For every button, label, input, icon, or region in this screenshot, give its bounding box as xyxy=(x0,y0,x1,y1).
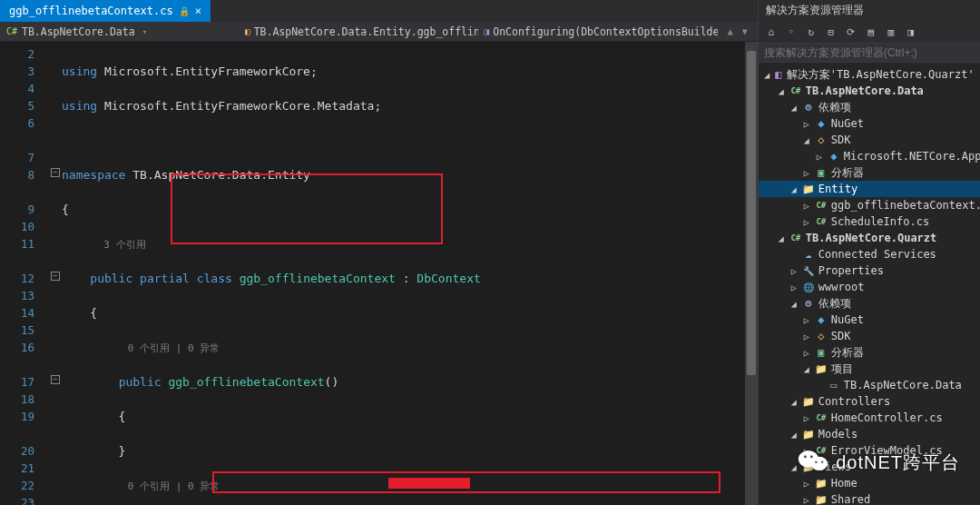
navigation-bar: C# TB.AspNetCore.Data ▾ ◧ TB.AspNetCore.… xyxy=(0,22,758,42)
lock-icon: 🔒 xyxy=(179,6,190,16)
search-box[interactable]: ▾ xyxy=(759,44,980,63)
project-node[interactable]: ◢TB.AspNetCore.Data xyxy=(759,83,980,99)
folder-views[interactable]: ◢Views xyxy=(759,459,980,475)
vertical-scrollbar[interactable] xyxy=(745,42,758,505)
wwwroot-node[interactable]: ▷wwwroot xyxy=(759,279,980,295)
preview-icon[interactable]: ◨ xyxy=(902,24,920,40)
folder-home[interactable]: ▷Home xyxy=(759,475,980,491)
panel-title: 解决方案资源管理器 xyxy=(766,3,864,18)
dependencies-node[interactable]: ◢依赖项 xyxy=(759,295,980,312)
sdk-node[interactable]: ◢SDK xyxy=(759,132,980,148)
nav-up-icon[interactable]: ▲ xyxy=(723,26,738,36)
folder-controllers[interactable]: ◢Controllers xyxy=(759,393,980,410)
sync-icon[interactable]: ↻ xyxy=(802,24,820,40)
folder-entity[interactable]: ◢Entity xyxy=(759,181,980,197)
solution-explorer: 解决方案资源管理器 ▾ 📌 × ⌂ ◦ ↻ ⊟ ⟳ ▤ ▥ ◨ ◧ 🔧 ▾ ◢解… xyxy=(759,0,980,505)
nav-arrows: ▲ ▼ xyxy=(723,26,752,36)
chevron-down-icon: ▾ xyxy=(139,27,147,36)
package-node[interactable]: ▷Microsoft.NETCore.App (2.1.0) xyxy=(759,148,980,164)
context-member[interactable]: ◨ OnConfiguring(DbContextOptionsBuilder … xyxy=(484,25,718,38)
code-area[interactable]: using Microsoft.EntityFrameworkCore; usi… xyxy=(44,42,745,505)
file-node[interactable]: ▷HomeController.cs xyxy=(759,410,980,426)
file-node[interactable]: ▷ErrorViewModel.cs xyxy=(759,442,980,459)
analyzer-node[interactable]: ▷分析器 xyxy=(759,344,980,361)
solution-tree[interactable]: ◢解决方案'TB.AspNetCore.Quarzt' (2 个项目) ◢TB.… xyxy=(759,63,980,505)
back-icon[interactable]: ◦ xyxy=(782,24,800,40)
nav-down-icon[interactable]: ▼ xyxy=(738,26,752,36)
sdk-node[interactable]: ▷SDK xyxy=(759,328,980,344)
panel-title-bar: 解决方案资源管理器 ▾ 📌 × xyxy=(759,0,980,21)
code-editor[interactable]: 234 56 78 91011 1213 141516 1718 1920 21… xyxy=(0,42,758,505)
collapse-icon[interactable]: ⊟ xyxy=(822,24,840,40)
method-icon: ◨ xyxy=(484,25,489,38)
file-tab[interactable]: ggb_offlinebetaContext.cs 🔒 × xyxy=(0,0,211,22)
close-icon[interactable]: × xyxy=(195,5,201,17)
tab-bar: ggb_offlinebetaContext.cs 🔒 × xyxy=(0,0,758,22)
search-input[interactable] xyxy=(764,46,980,59)
folder-models[interactable]: ◢Models xyxy=(759,426,980,442)
project-ref-item[interactable]: ▭TB.AspNetCore.Data xyxy=(759,377,980,393)
analyzer-node[interactable]: ▷分析器 xyxy=(759,164,980,181)
project-refs-node[interactable]: ◢项目 xyxy=(759,361,980,377)
properties-icon[interactable]: ▥ xyxy=(882,24,900,40)
dependencies-node[interactable]: ◢依赖项 xyxy=(759,99,980,115)
cs-project-icon: C# xyxy=(5,25,18,38)
show-all-icon[interactable]: ▤ xyxy=(862,24,880,40)
refresh-icon[interactable]: ⟳ xyxy=(842,24,860,40)
file-node[interactable]: ▷ScheduleInfo.cs xyxy=(759,213,980,230)
context-class[interactable]: ◧ TB.AspNetCore.Data.Entity.ggb_offlineb… xyxy=(245,25,479,38)
nuget-node[interactable]: ▷NuGet xyxy=(759,312,980,328)
editor-panel: ggb_offlinebetaContext.cs 🔒 × C# TB.AspN… xyxy=(0,0,759,505)
project-node[interactable]: ◢TB.AspNetCore.Quarzt xyxy=(759,230,980,246)
class-icon: ◧ xyxy=(245,25,250,38)
connected-services-node[interactable]: Connected Services xyxy=(759,246,980,262)
nuget-node[interactable]: ▷NuGet xyxy=(759,115,980,132)
home-icon[interactable]: ⌂ xyxy=(762,24,780,40)
solution-toolbar: ⌂ ◦ ↻ ⊟ ⟳ ▤ ▥ ◨ ◧ 🔧 xyxy=(759,21,980,44)
file-node[interactable]: ▷ggb_offlinebetaContext.cs xyxy=(759,197,980,213)
properties-node[interactable]: ▷Properties xyxy=(759,262,980,279)
tab-title: ggb_offlinebetaContext.cs xyxy=(9,5,173,17)
folder-shared[interactable]: ▷Shared xyxy=(759,491,980,505)
line-gutter: 234 56 78 91011 1213 141516 1718 1920 21… xyxy=(0,42,44,505)
context-project[interactable]: C# TB.AspNetCore.Data ▾ xyxy=(5,25,240,38)
solution-node[interactable]: ◢解决方案'TB.AspNetCore.Quarzt' (2 个项目) xyxy=(759,66,980,83)
